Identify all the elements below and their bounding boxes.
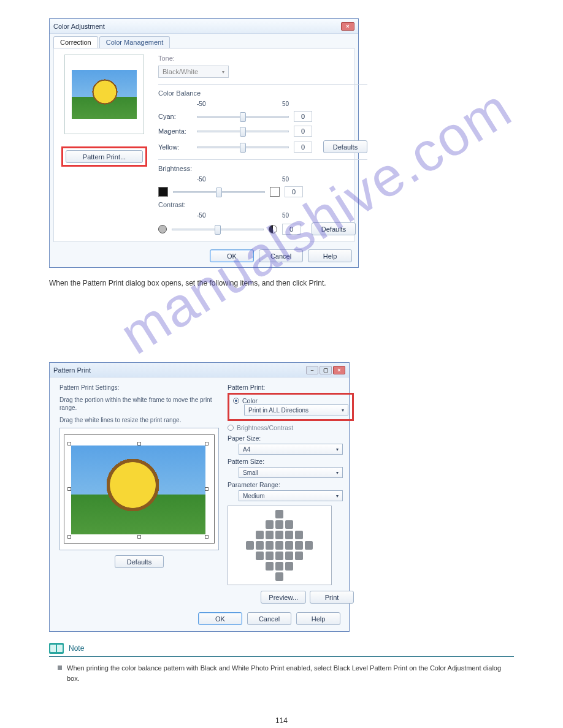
yellow-label: Yellow: [158,143,192,151]
crop-handle[interactable] [67,535,71,539]
cancel-button[interactable]: Cancel [259,249,303,262]
yellow-slider[interactable] [197,142,289,153]
minimize-icon[interactable]: – [306,366,318,374]
radio-on-icon [233,398,239,404]
parameter-range-select[interactable]: Medium ▾ [239,490,343,501]
scale-max-b: 50 [282,176,289,183]
note-text: When printing the color balance pattern … [67,663,511,683]
color-balance-label: Color Balance [158,89,367,97]
color-radio[interactable]: Color [233,397,348,404]
paper-size-value: A4 [243,446,250,453]
window-buttons-2: – ▢ × [306,366,345,374]
highlight-frame-2: Color Print in ALL Directions ▾ [228,393,354,421]
contrast-value[interactable]: 0 [282,224,301,235]
scale-labels-contrast: -50 50 [197,212,289,219]
note-heading-row: Note [49,643,514,654]
dialog-button-row: OK Cancel Help [50,246,358,267]
tone-value: Black/White [163,68,198,75]
help-button[interactable]: Help [308,249,352,262]
scale-min-c: -50 [197,212,205,219]
settings-heading: Pattern Print Settings: [59,384,219,392]
parameter-range-value: Medium [243,493,265,499]
color-direction-select[interactable]: Print in ALL Directions ▾ [244,404,348,415]
magenta-value[interactable]: 0 [294,126,312,137]
color-adjustment-dialog: Color Adjustment × Correction Color Mana… [49,18,359,268]
dialog-title: Color Adjustment [53,23,105,30]
chevron-down-icon: ▾ [336,447,339,452]
dialog2-titlebar: Pattern Print – ▢ × [50,363,349,377]
scale-labels-brightness: -50 50 [197,176,289,183]
scale-labels: -50 50 [197,100,289,107]
crop-handle[interactable] [67,442,71,446]
close-icon[interactable]: × [341,22,354,31]
sample-image [72,70,137,119]
radio-off-icon [228,425,234,431]
pattern-size-select[interactable]: Small ▾ [239,467,343,478]
chevron-down-icon: ▾ [336,470,339,476]
help-button-2[interactable]: Help [296,612,340,625]
close-icon-2[interactable]: × [333,366,345,374]
pattern-print-label: Pattern Print: [228,384,354,391]
crop-handle[interactable] [205,442,209,446]
crop-handle[interactable] [205,535,209,539]
chevron-down-icon: ▾ [336,493,339,499]
cyan-slider[interactable] [197,111,289,122]
tab-strip: Correction Color Management [53,36,354,48]
crop-handle[interactable] [205,487,209,491]
note-body: When printing the color balance pattern … [49,657,514,683]
scale-max-c: 50 [282,212,289,219]
brightness-label: Brightness: [158,165,367,172]
crop-handle[interactable] [137,442,141,446]
pattern-layout-preview [228,506,332,585]
defaults-button-brightness[interactable]: Defaults [312,222,356,235]
paper-size-label: Paper Size: [228,434,354,442]
scale-min-b: -50 [197,176,205,183]
parameter-range-label: Parameter Range: [228,481,354,488]
tone-select[interactable]: Black/White ▾ [158,66,229,78]
defaults-button-colorbalance[interactable]: Defaults [323,140,367,153]
window-buttons: × [341,22,354,31]
ok-button-2[interactable]: OK [198,612,242,625]
contrast-label: Contrast: [158,201,367,208]
maximize-icon[interactable]: ▢ [320,366,332,374]
settings-hint1: Drag the portion within the white frame … [59,396,219,412]
preview-thumbnail [64,55,144,134]
intro-text: When the Pattern Print dialog box opens,… [49,278,514,289]
cyan-value[interactable]: 0 [294,111,312,122]
brightness-contrast-radio[interactable]: Brightness/Contrast [228,424,354,431]
contrast-slider[interactable] [172,224,264,235]
highlight-frame: Pattern Print... [61,146,147,167]
cyan-label: Cyan: [158,113,192,120]
black-square-icon [158,187,168,197]
tone-label: Tone: [158,55,367,62]
crop-handle[interactable] [67,487,71,491]
pattern-size-value: Small [243,469,258,476]
cancel-button-2[interactable]: Cancel [247,612,291,625]
yellow-value[interactable]: 0 [294,142,312,153]
print-button[interactable]: Print [310,591,354,604]
ok-button[interactable]: OK [210,249,254,262]
square-bullet-icon [58,665,62,670]
color-direction-value: Print in ALL Directions [248,407,308,414]
brightness-slider[interactable] [173,186,265,197]
pattern-print-button[interactable]: Pattern Print... [66,150,143,163]
chevron-down-icon: ▾ [222,69,224,75]
pattern-print-dialog: Pattern Print – ▢ × Pattern Print Settin… [49,362,350,632]
preview-button[interactable]: Preview... [261,591,306,604]
chevron-down-icon: ▾ [342,408,344,413]
magenta-slider[interactable] [197,126,289,137]
scale-min: -50 [197,100,205,107]
brightness-value[interactable]: 0 [285,186,303,197]
page-number: 114 [49,716,514,725]
bc-radio-label: Brightness/Contrast [237,424,293,431]
paper-size-select[interactable]: A4 ▾ [239,444,343,455]
defaults-button-pattern[interactable]: Defaults [115,555,164,568]
tab-color-management[interactable]: Color Management [99,36,170,48]
book-icon [49,643,64,654]
dialog2-title: Pattern Print [53,366,91,374]
crop-handle[interactable] [137,535,141,539]
crop-preview[interactable] [59,428,219,550]
magenta-label: Magenta: [158,127,192,135]
tab-correction[interactable]: Correction [53,36,98,48]
grey-circle-icon [158,225,167,233]
